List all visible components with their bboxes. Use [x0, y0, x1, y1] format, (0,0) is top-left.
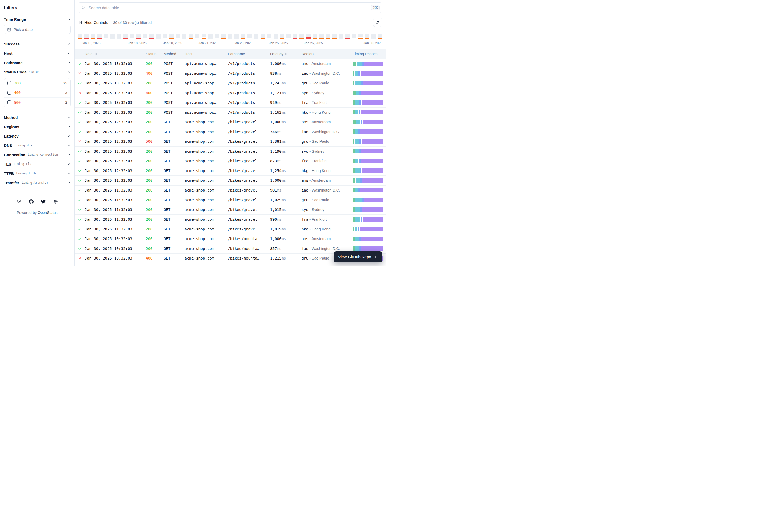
timing-segment	[360, 207, 362, 212]
twitter-icon[interactable]	[41, 199, 46, 204]
sidebar-section-host[interactable]: Host	[4, 49, 71, 58]
timeline-bar	[208, 34, 213, 39]
timing-segment	[357, 62, 362, 66]
table-row[interactable]: Jan 30, 2025 13:32:03200POSTapi.acme-sho…	[74, 98, 386, 108]
sidebar-section-time-range[interactable]: Time Range	[4, 15, 71, 24]
date-picker-input[interactable]: Pick a date	[4, 25, 71, 34]
view-github-repo-button[interactable]: View GitHub Repo	[334, 251, 382, 262]
cell-latency: 1,243ms	[270, 81, 302, 85]
column-header-latency[interactable]: Latency	[270, 52, 302, 56]
sidebar-section-dns[interactable]: DNStiming.dns	[4, 141, 71, 150]
cell-date: Jan 30, 2025 12:32:03	[85, 169, 146, 173]
column-header-label: Status	[146, 52, 156, 56]
sidebar-section-pathname[interactable]: Pathname	[4, 58, 71, 67]
timeline-bar-error-segment	[287, 39, 291, 39]
timeline-bar-track	[78, 34, 82, 38]
view-settings-button[interactable]	[373, 18, 382, 27]
region-code: fra	[302, 100, 308, 105]
sidebar-section-tls[interactable]: TLStiming.tls	[4, 159, 71, 169]
sidebar-section-transfer[interactable]: Transfertiming.transfer	[4, 178, 71, 187]
timing-segment	[363, 120, 383, 124]
openstatus-link[interactable]: OpenStatus	[38, 210, 58, 215]
table-row[interactable]: Jan 30, 2025 12:32:03500GETacme-shop.com…	[74, 137, 386, 147]
table-row[interactable]: Jan 30, 2025 11:32:03200GETacme-shop.com…	[74, 205, 386, 215]
cell-region: fra - Frankfurt	[302, 100, 353, 105]
timing-segment	[355, 139, 360, 144]
table-row[interactable]: Jan 30, 2025 13:32:03400POSTapi.acme-sho…	[74, 88, 386, 98]
table-row[interactable]: Jan 30, 2025 11:32:03200GETacme-shop.com…	[74, 176, 386, 186]
sidebar-section-ttfb[interactable]: TTFBtiming.ttfb	[4, 169, 71, 178]
hide-controls-button[interactable]: Hide Controls	[78, 20, 108, 25]
timing-segment	[355, 159, 358, 163]
timing-segment	[353, 62, 356, 66]
cell-pathname: /bikes/gravel	[228, 169, 270, 173]
timeline-bar-error-segment	[202, 38, 206, 39]
cell-method: GET	[163, 178, 185, 182]
column-header-pathname: Pathname	[228, 52, 270, 56]
timeline-bar	[149, 34, 154, 39]
timeline-bar	[175, 34, 180, 39]
timeline-bar-track	[306, 34, 310, 37]
cell-pathname: /bikes/mounta…	[228, 247, 270, 251]
sidebar-section-regions[interactable]: Regions	[4, 122, 71, 131]
region-name: - Sao Paulo	[308, 139, 329, 144]
table-row[interactable]: Jan 30, 2025 12:32:03200GETacme-shop.com…	[74, 166, 386, 176]
timeline-bar	[182, 34, 186, 39]
globe-icon[interactable]	[53, 199, 58, 204]
cell-date: Jan 30, 2025 12:32:03	[85, 149, 146, 153]
timeline-bar-track	[195, 34, 200, 38]
section-label: Host	[4, 51, 12, 56]
checkbox[interactable]	[7, 91, 11, 95]
timing-segment	[353, 149, 355, 153]
column-header-date[interactable]: Date	[85, 52, 146, 56]
cell-region: iad - Washington D.C.	[302, 188, 353, 192]
timeline-bar-error-segment	[293, 38, 297, 39]
cell-timing-phases	[353, 139, 383, 144]
table-row[interactable]: Jan 30, 2025 11:32:03200GETacme-shop.com…	[74, 186, 386, 195]
cell-host: acme-shop.com	[185, 217, 228, 221]
sidebar-section-connection[interactable]: Connectiontiming.connection	[4, 150, 71, 159]
cell-pathname: /v1/products	[228, 110, 270, 114]
github-icon[interactable]	[29, 199, 33, 204]
cell-method: POST	[163, 62, 185, 66]
checkbox[interactable]	[7, 100, 11, 104]
timeline-chart[interactable]: Jan 16, 2025Jan 18, 2025Jan 20, 2025Jan …	[78, 34, 382, 45]
table-row[interactable]: Jan 30, 2025 11:32:03200GETacme-shop.com…	[74, 195, 386, 205]
checkbox[interactable]	[7, 81, 11, 85]
table-row[interactable]: Jan 30, 2025 13:32:03400POSTapi.acme-sho…	[74, 69, 386, 79]
table-row[interactable]: Jan 30, 2025 13:32:03200POSTapi.acme-sho…	[74, 78, 386, 88]
timing-segment	[355, 129, 358, 134]
timing-segment	[360, 168, 362, 173]
status-option-500[interactable]: 5002	[4, 98, 70, 107]
cell-date: Jan 30, 2025 12:32:03	[85, 139, 146, 144]
table-row[interactable]: Jan 30, 2025 12:32:03200GETacme-shop.com…	[74, 117, 386, 127]
timing-segment	[355, 81, 361, 85]
latency-unit: ms	[277, 188, 281, 192]
table-row[interactable]: Jan 30, 2025 12:32:03200GETacme-shop.com…	[74, 147, 386, 156]
table-row[interactable]: Jan 30, 2025 13:32:03200POSTapi.acme-sho…	[74, 108, 386, 118]
table-row[interactable]: Jan 30, 2025 13:32:03200POSTapi.acme-sho…	[74, 59, 386, 69]
table-row[interactable]: Jan 30, 2025 12:32:03200GETacme-shop.com…	[74, 127, 386, 137]
search-input[interactable]	[88, 5, 369, 10]
chevron-down-icon	[67, 134, 71, 138]
cell-latency: 838ms	[270, 71, 302, 76]
sidebar-section-latency[interactable]: Latency	[4, 131, 71, 141]
cell-date: Jan 30, 2025 13:32:03	[85, 81, 146, 85]
region-name: - Sydney	[308, 149, 324, 153]
status-option-200[interactable]: 20025	[4, 78, 70, 88]
sidebar-section-status-code[interactable]: Status Code status	[4, 67, 71, 77]
table-row[interactable]: Jan 30, 2025 10:32:03200GETacme-shop.com…	[74, 234, 386, 244]
timeline-bar-error-segment	[254, 39, 258, 39]
table-row[interactable]: Jan 30, 2025 11:32:03200GETacme-shop.com…	[74, 215, 386, 224]
timing-segment	[362, 178, 383, 183]
cell-host: api.acme-shop…	[185, 62, 228, 66]
sidebar-section-success[interactable]: Success	[4, 39, 71, 49]
table-row[interactable]: Jan 30, 2025 11:32:03200GETacme-shop.com…	[74, 224, 386, 234]
latency-value: 919	[270, 100, 277, 105]
sun-icon[interactable]	[17, 199, 21, 204]
sidebar-section-method[interactable]: Method	[4, 113, 71, 122]
cell-host: api.acme-shop…	[185, 110, 228, 114]
region-name: - Hong Kong	[308, 110, 330, 114]
status-option-400[interactable]: 4003	[4, 88, 70, 98]
table-row[interactable]: Jan 30, 2025 12:32:03200GETacme-shop.com…	[74, 156, 386, 166]
